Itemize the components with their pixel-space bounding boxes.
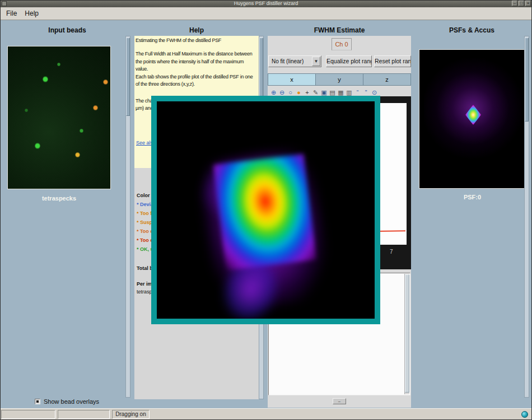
statusbar: Dragging on [0,408,532,420]
tab-z[interactable]: z [363,73,411,86]
status-segment-2 [58,410,110,419]
menubar: File Help [0,7,532,20]
fwhm-header: FWHM Estimate [268,26,411,34]
help-title: Estimating the FWHM of the distilled PSF [136,38,258,43]
titlebar: Huygens PSF distiller wizard – □ × [0,0,532,7]
close-button[interactable]: × [525,1,531,6]
psfs-header: PSFs & Accus [414,26,529,34]
status-dragging: Dragging on [112,410,150,419]
bead-dot [75,152,80,158]
psfs-scrollbar-thumb[interactable] [525,38,529,122]
fwhm-list-scrollbar-thumb[interactable] [405,274,409,393]
input-beads-scrollbar-thumb[interactable] [126,38,130,116]
help-line: The Full Width at Half Maximum is the di… [136,50,258,58]
help-header: Help [134,26,259,34]
plot-tick-label: 7 [390,249,393,255]
show-overlays-checkbox[interactable] [35,399,40,404]
bead-dot [80,128,83,133]
show-overlays-label: Show bead overlays [44,398,99,405]
fit-select-value: No fit (linear) [272,58,304,64]
bead-dot [93,105,98,111]
help-line: of the three directions (x,y,z). [136,81,258,88]
bead-image[interactable] [7,46,111,189]
axis-tabs: x y z [268,73,411,86]
equalize-plot-range-button[interactable]: Equalize plot range [326,55,372,67]
reset-plot-range-button[interactable]: Reset plot range [374,55,411,67]
status-segment-1 [1,410,55,419]
help-line: Each tab shows the profile plot of the d… [136,73,258,81]
psf-zoom-overlay[interactable] [151,96,380,324]
fit-select[interactable]: No fit (linear) ▼ [268,55,321,67]
collapse-button[interactable]: – [333,398,346,404]
bead-image-caption: tetraspecks [7,195,111,202]
bead-dot [25,108,28,113]
tab-y[interactable]: y [315,73,363,86]
bead-dot [57,62,60,67]
psf-blob-core [213,154,316,270]
psf-image[interactable] [419,49,526,189]
fwhm-list-scrollbar[interactable] [404,274,409,394]
psf-image-caption: PSF:0 [419,194,526,200]
fwhm-toolbar: ⊕⊖○●+✎▣▤▦▥“”⊙ [268,87,411,96]
bead-dot [43,76,48,83]
input-beads-header: Input beads [4,26,130,34]
help-line: the points where the intensity is half o… [136,58,258,66]
minimize-button[interactable]: – [512,1,517,6]
help-line: value. [136,66,258,73]
menu-file[interactable]: File [2,8,21,18]
psfs-scrollbar[interactable] [524,36,529,398]
channel-tab[interactable]: Ch 0 [332,38,352,50]
tab-x[interactable]: x [268,73,315,86]
menu-help[interactable]: Help [21,8,43,18]
input-beads-scrollbar[interactable] [125,36,130,398]
window-title: Huygens PSF distiller wizard [0,1,532,6]
globe-icon[interactable] [521,411,528,418]
bead-dot [103,79,108,85]
show-overlays-row: Show bead overlays [35,398,99,405]
chevron-down-icon[interactable]: ▼ [312,57,320,66]
bead-dot [35,142,40,150]
maximize-button[interactable]: □ [519,1,524,6]
